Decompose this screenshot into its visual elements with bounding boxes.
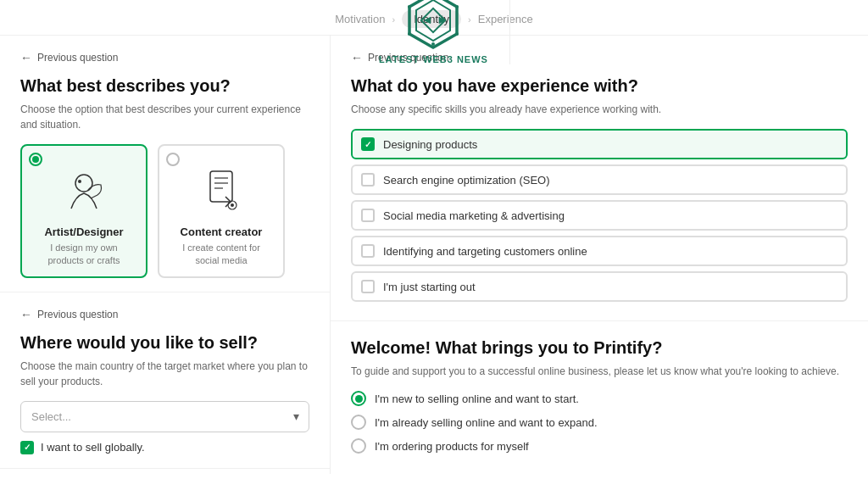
- sell-section: ← Previous question Where would you like…: [0, 292, 330, 469]
- svg-point-12: [78, 180, 81, 183]
- content-desc: I create content for social media: [170, 242, 273, 268]
- left-btn-row: Next: [0, 469, 330, 474]
- svg-text:◄: ◄: [421, 13, 433, 26]
- experience-option-social[interactable]: Social media marketing & advertising: [351, 200, 848, 231]
- sell-globally-checkbox[interactable]: [20, 441, 34, 454]
- back-arrow-describe: ←: [20, 51, 32, 64]
- sell-title: Where would you like to sell?: [20, 331, 309, 354]
- svg-point-18: [231, 203, 234, 207]
- breadcrumb-nav: Motivation › Identity › Experience ◄ ►: [0, 0, 868, 36]
- experience-option-starting[interactable]: I'm just starting out: [351, 271, 848, 302]
- experience-checkbox-social: [361, 209, 375, 222]
- brings-radio-myself: [351, 438, 366, 454]
- brings-option-new[interactable]: I'm new to selling online and want to st…: [351, 391, 848, 406]
- right-panel: ← Previous question What do you have exp…: [331, 36, 868, 474]
- experience-option-targeting[interactable]: Identifying and targeting customers onli…: [351, 236, 848, 266]
- brings-label-new: I'm new to selling online and want to st…: [375, 393, 579, 405]
- brings-label-myself: I'm ordering products for myself: [375, 440, 529, 453]
- experience-label-starting: I'm just starting out: [383, 281, 476, 293]
- experience-option-designing[interactable]: Designing products: [351, 129, 848, 159]
- sell-subtitle: Choose the main country of the target ma…: [20, 359, 309, 389]
- content-title: Content creator: [170, 226, 273, 238]
- artist-icon: [57, 164, 111, 219]
- main-layout: ← Previous question What best describes …: [0, 36, 868, 474]
- prev-question-describe-label: Previous question: [37, 52, 118, 64]
- experience-label-social: Social media marketing & advertising: [383, 209, 565, 222]
- option-card-content[interactable]: Content creator I create content for soc…: [158, 144, 285, 278]
- svg-point-10: [455, 32, 459, 36]
- artist-title: Artist/Designer: [32, 226, 136, 238]
- experience-checkbox-designing: [361, 137, 375, 151]
- experience-checkbox-seo: [361, 173, 375, 187]
- brings-subtitle: To guide and support you to a successful…: [351, 364, 848, 379]
- radio-content: [166, 153, 180, 166]
- describe-section: ← Previous question What best describes …: [0, 36, 330, 292]
- experience-option-seo[interactable]: Search engine optimization (SEO): [351, 164, 848, 195]
- sell-globally-row[interactable]: I want to sell globally.: [20, 441, 309, 454]
- experience-subtitle: Choose any specific skills you already h…: [351, 102, 848, 117]
- country-select[interactable]: Select...: [20, 401, 309, 432]
- prev-question-describe[interactable]: ← Previous question: [20, 51, 309, 64]
- svg-rect-13: [210, 171, 232, 202]
- svg-point-7: [408, 5, 411, 8]
- experience-title: What do you have experience with?: [351, 75, 848, 97]
- experience-label-targeting: Identifying and targeting customers onli…: [383, 245, 587, 258]
- country-dropdown-wrapper: Select... ▾: [20, 401, 309, 432]
- radio-artist: [29, 153, 42, 166]
- svg-point-9: [408, 32, 411, 36]
- brings-option-expand[interactable]: I'm already selling online and want to e…: [351, 415, 848, 430]
- content-icon: [194, 164, 248, 219]
- left-panel: ← Previous question What best describes …: [0, 36, 331, 474]
- describe-subtitle: Choose the option that best describes yo…: [20, 102, 309, 132]
- logo-icon: ◄ ►: [403, 0, 464, 51]
- prev-question-sell-label: Previous question: [37, 309, 118, 320]
- svg-point-11: [75, 175, 92, 192]
- experience-section: ← Previous question What do you have exp…: [331, 36, 868, 321]
- experience-label-designing: Designing products: [383, 138, 477, 151]
- describe-title: What best describes you?: [20, 75, 309, 97]
- brings-radio-expand: [351, 415, 366, 430]
- sell-globally-label: I want to sell globally.: [41, 441, 145, 454]
- artist-desc: I design my own products or crafts: [32, 242, 136, 268]
- brings-label-expand: I'm already selling online and want to e…: [375, 416, 598, 429]
- experience-checkbox-targeting: [361, 244, 375, 258]
- brings-title: Welcome! What brings you to Printify?: [351, 337, 848, 359]
- experience-label-seo: Search engine optimization (SEO): [383, 174, 550, 187]
- option-card-artist[interactable]: Artist/Designer I design my own products…: [20, 144, 147, 278]
- prev-question-sell[interactable]: ← Previous question: [20, 308, 309, 321]
- brings-section: Welcome! What brings you to Printify? To…: [331, 321, 868, 474]
- describe-options: Artist/Designer I design my own products…: [20, 144, 309, 278]
- logo-text: LATEST WEB3 NEWS: [379, 54, 488, 64]
- svg-text:►: ►: [437, 13, 448, 26]
- svg-point-8: [455, 5, 459, 8]
- back-arrow-sell: ←: [20, 308, 32, 321]
- brings-option-myself[interactable]: I'm ordering products for myself: [351, 438, 848, 454]
- brings-radio-new: [351, 391, 366, 406]
- experience-checkbox-starting: [361, 280, 375, 293]
- logo-area: ◄ ► LATEST WEB3 NEWS: [358, 0, 510, 64]
- svg-point-6: [431, 42, 435, 46]
